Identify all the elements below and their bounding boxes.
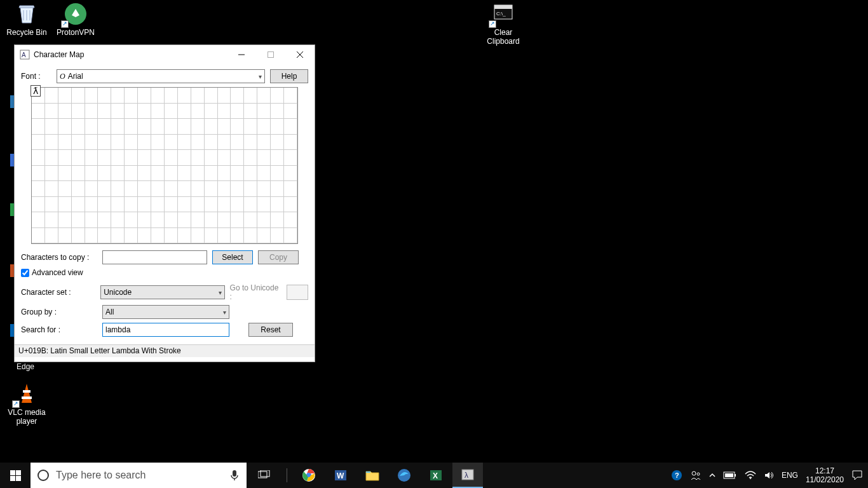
shortcut-overlay-icon — [489, 20, 496, 28]
svg-rect-17 — [233, 470, 236, 477]
svg-rect-9 — [268, 52, 274, 58]
clear-clipboard-icon[interactable]: C:\_ Clear Clipboard — [480, 1, 527, 46]
protonvpn-label: ProtonVPN — [57, 28, 95, 37]
minimize-button[interactable] — [227, 45, 256, 64]
clock[interactable]: 12:17 11/02/2020 — [806, 466, 844, 484]
language-indicator[interactable]: ENG — [782, 471, 798, 480]
charmap-app-icon: A — [20, 50, 30, 60]
help-tray-icon[interactable]: ? — [671, 470, 682, 481]
chevron-down-icon: ▾ — [259, 73, 262, 80]
svg-rect-14 — [10, 476, 15, 481]
charset-select[interactable]: Unicode ▾ — [100, 285, 224, 299]
charset-value: Unicode — [104, 288, 132, 297]
advanced-view-label: Advanced view — [32, 268, 83, 277]
selected-character[interactable]: ƛ — [31, 85, 41, 97]
svg-rect-13 — [16, 470, 21, 475]
taskbar-separator — [281, 463, 292, 488]
svg-rect-36 — [725, 473, 733, 477]
font-preview-icon: O — [60, 72, 65, 81]
battery-icon[interactable] — [723, 471, 737, 480]
task-view-button[interactable] — [249, 463, 280, 488]
reset-button[interactable]: Reset — [248, 323, 293, 337]
chars-to-copy-input[interactable] — [102, 250, 207, 264]
vlc-icon[interactable]: VLC media player — [3, 381, 50, 426]
close-button[interactable] — [285, 45, 315, 64]
system-tray: ? ENG 12:17 11/02/2020 — [671, 466, 868, 484]
taskbar-search[interactable]: Type here to search — [31, 463, 247, 488]
taskbar: Type here to search W X λ ? ENG 12:17 11… — [0, 463, 868, 488]
svg-rect-35 — [735, 474, 736, 477]
svg-rect-24 — [366, 471, 370, 473]
date: 11/02/2020 — [806, 475, 844, 484]
svg-point-37 — [750, 478, 751, 479]
svg-text:A: A — [22, 51, 26, 58]
shortcut-overlay-icon — [61, 20, 69, 28]
edge-taskbar-icon[interactable] — [389, 463, 419, 488]
goto-unicode-label: Go to Unicode : — [230, 283, 281, 301]
taskbar-icons: W X λ — [249, 463, 483, 488]
search-input[interactable] — [102, 323, 229, 337]
svg-rect-4 — [23, 390, 31, 393]
groupby-select[interactable]: All ▾ — [102, 305, 229, 319]
search-label: Search for : — [21, 325, 97, 334]
titlebar-title: Character Map — [34, 50, 227, 59]
font-select[interactable]: O Arial ▾ — [57, 69, 265, 83]
svg-text:W: W — [337, 471, 344, 480]
people-tray-icon[interactable] — [690, 470, 702, 481]
desktop: Recycle Bin ProtonVPN C:\_ Clear Clipboa… — [0, 0, 868, 463]
svg-point-16 — [38, 470, 48, 480]
character-map-window: A Character Map Font : O Arial ▾ Help ƛ — [14, 44, 315, 362]
search-placeholder: Type here to search — [56, 470, 146, 481]
volume-icon[interactable] — [764, 470, 774, 480]
chevron-down-icon: ▾ — [223, 309, 226, 316]
copy-button[interactable]: Copy — [258, 250, 299, 264]
protonvpn-icon[interactable]: ProtonVPN — [52, 1, 99, 37]
maximize-button[interactable] — [256, 45, 285, 64]
cortana-icon — [37, 469, 50, 482]
svg-point-32 — [692, 471, 696, 475]
font-value: Arial — [68, 72, 83, 81]
shortcut-overlay-icon — [12, 400, 20, 408]
recycle-bin-icon[interactable]: Recycle Bin — [3, 1, 50, 37]
font-label: Font : — [21, 72, 51, 81]
help-button[interactable]: Help — [270, 69, 308, 83]
svg-rect-12 — [10, 470, 15, 475]
character-grid[interactable]: ƛ — [31, 87, 298, 244]
svg-rect-15 — [16, 476, 21, 481]
chrome-taskbar-icon[interactable] — [294, 463, 324, 488]
vlc-label: VLC media player — [8, 408, 45, 426]
svg-text:λ: λ — [465, 471, 468, 480]
action-center-icon[interactable] — [851, 470, 863, 481]
statusbar: U+019B: Latin Small Letter Lambda With S… — [15, 344, 315, 357]
svg-rect-2 — [494, 5, 512, 9]
tray-overflow-icon[interactable] — [709, 472, 715, 478]
edge-label: Edge — [17, 362, 34, 371]
titlebar[interactable]: A Character Map — [15, 45, 315, 64]
wifi-icon[interactable] — [745, 471, 756, 480]
select-button[interactable]: Select — [212, 250, 253, 264]
word-taskbar-icon[interactable]: W — [325, 463, 356, 488]
advanced-view-input[interactable] — [21, 269, 29, 277]
excel-taskbar-icon[interactable]: X — [421, 463, 451, 488]
goto-unicode-input — [287, 285, 308, 300]
charset-label: Character set : — [21, 288, 95, 297]
svg-text:?: ? — [675, 471, 679, 479]
start-button[interactable] — [0, 463, 31, 488]
svg-text:X: X — [433, 471, 438, 480]
advanced-view-checkbox[interactable]: Advanced view — [21, 268, 308, 277]
chevron-down-icon: ▾ — [219, 289, 222, 296]
svg-rect-5 — [22, 396, 32, 399]
time: 12:17 — [806, 466, 844, 475]
groupby-label: Group by : — [21, 308, 97, 316]
charmap-taskbar-icon[interactable]: λ — [452, 463, 483, 488]
mic-icon[interactable] — [230, 469, 239, 482]
recycle-bin-label: Recycle Bin — [6, 28, 46, 37]
chars-to-copy-label: Characters to copy : — [21, 253, 97, 262]
svg-text:C:\_: C:\_ — [496, 11, 506, 17]
groupby-value: All — [105, 308, 114, 316]
explorer-taskbar-icon[interactable] — [357, 463, 388, 488]
clear-clipboard-label: Clear Clipboard — [487, 28, 519, 46]
svg-point-33 — [697, 473, 700, 475]
